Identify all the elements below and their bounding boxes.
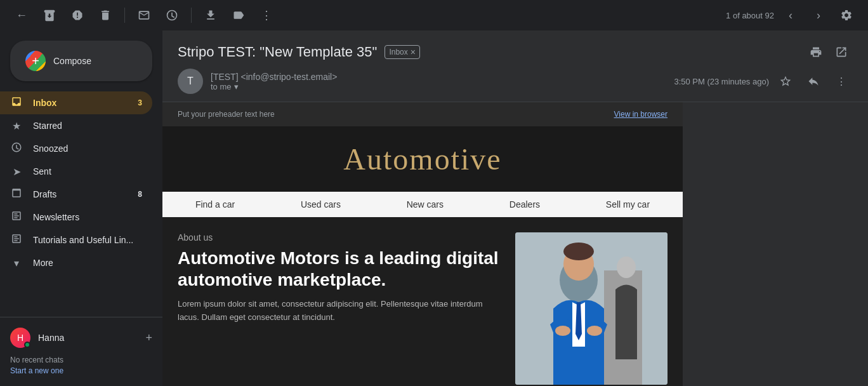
toolbar-left: ← ⋮	[10, 4, 278, 27]
snooze-button[interactable]	[161, 4, 183, 27]
compose-icon: +	[25, 51, 46, 71]
brand-logo: Automotive	[162, 142, 683, 176]
view-in-browser-link[interactable]: View in browser	[614, 110, 667, 119]
sidebar-item-snoozed[interactable]: Snoozed	[0, 137, 152, 160]
email-content[interactable]: Put your preheader text here View in bro…	[162, 102, 868, 386]
chat-avatar: H	[10, 328, 30, 348]
print-button[interactable]	[805, 41, 827, 63]
sender-right: 3:50 PM (23 minutes ago) ⋮	[674, 70, 853, 93]
sender-email: <info@stripo-test.email>	[240, 72, 337, 82]
more-label: More	[33, 258, 53, 268]
svg-point-4	[563, 243, 594, 260]
inbox-tag: Inbox ×	[385, 45, 420, 59]
preheader-bar: Put your preheader text here View in bro…	[162, 102, 683, 126]
drafts-badge: 8	[138, 190, 142, 199]
new-window-button[interactable]	[830, 41, 853, 63]
svg-point-5	[555, 326, 570, 336]
email-counter: 1 of about 92	[726, 11, 774, 20]
top-toolbar: ← ⋮ 1 of about 92 ‹ ›	[0, 0, 868, 30]
nav-new-cars[interactable]: New cars	[394, 192, 456, 217]
snoozed-label: Snoozed	[33, 143, 68, 154]
email-header: Stripo TEST: "New Template 35" Inbox ×	[162, 30, 868, 102]
sidebar-item-sent[interactable]: ➤ Sent	[0, 160, 152, 183]
to-chevron: ▾	[234, 82, 239, 91]
move-to-button[interactable]	[199, 4, 222, 27]
about-label: About us	[178, 232, 500, 243]
chat-username: Hanna	[38, 333, 64, 343]
starred-icon: ★	[10, 120, 23, 132]
nav-sell-my-car[interactable]: Sell my car	[593, 192, 662, 217]
subject-row: Stripo TEST: "New Template 35" Inbox ×	[178, 41, 853, 63]
more-email-button[interactable]: ⋮	[830, 70, 853, 93]
more-actions-button[interactable]: ⋮	[255, 4, 278, 27]
content-section: About us Automotive Motors is a leading …	[162, 217, 683, 386]
nav-dealers[interactable]: Dealers	[497, 192, 553, 217]
sidebar-item-newsletters[interactable]: Newsletters	[0, 206, 152, 229]
no-recent-label: No recent chats	[10, 356, 152, 364]
label-button[interactable]	[227, 4, 250, 27]
sent-icon: ➤	[10, 166, 23, 178]
toolbar-right: 1 of about 92 ‹ ›	[726, 4, 858, 27]
main-layout: + Compose Inbox 3 ★ Starred Snoozed ➤ Se…	[0, 30, 868, 386]
email-navbar: Find a car Used cars New cars Dealers Se…	[162, 192, 683, 217]
spam-button[interactable]	[66, 4, 89, 27]
remove-tag-button[interactable]: ×	[411, 47, 416, 57]
sender-row: T [TEST] <info@stripo-test.email> to me …	[178, 69, 853, 94]
chat-user-hanna[interactable]: H Hanna +	[0, 323, 162, 353]
drafts-icon	[10, 187, 23, 201]
sender-info: [TEST] <info@stripo-test.email> to me ▾	[211, 72, 337, 91]
sidebar: + Compose Inbox 3 ★ Starred Snoozed ➤ Se…	[0, 30, 162, 386]
online-indicator	[24, 342, 30, 348]
sender-to[interactable]: to me ▾	[211, 82, 337, 91]
drafts-label: Drafts	[33, 189, 56, 199]
add-chat-button[interactable]: +	[145, 331, 152, 345]
sidebar-item-inbox[interactable]: Inbox 3	[0, 91, 152, 114]
email-actions-right	[805, 41, 853, 63]
tutorials-icon	[10, 233, 23, 247]
sidebar-item-starred[interactable]: ★ Starred	[0, 114, 152, 137]
compose-button[interactable]: + Compose	[10, 41, 152, 81]
tutorials-label: Tutorials and Useful Lin...	[33, 235, 133, 245]
star-button[interactable]	[774, 70, 797, 93]
about-heading: Automotive Motors is a leading digital a…	[178, 248, 500, 290]
mark-unread-button[interactable]	[133, 4, 155, 27]
inbox-label: Inbox	[33, 98, 56, 108]
delete-button[interactable]	[94, 4, 117, 27]
email-logo-section: Automotive	[162, 126, 683, 192]
archive-button[interactable]	[38, 4, 61, 27]
start-new-chat-link[interactable]: Start a new one	[10, 366, 63, 375]
sender-left: T [TEST] <info@stripo-test.email> to me …	[178, 69, 337, 94]
newsletters-icon	[10, 210, 23, 224]
sidebar-item-drafts[interactable]: Drafts 8	[0, 183, 152, 206]
divider1	[124, 8, 125, 23]
nav-used-cars[interactable]: Used cars	[288, 192, 353, 217]
preheader-text: Put your preheader text here	[178, 110, 275, 119]
divider2	[191, 8, 192, 23]
about-body: Lorem ipsum dolor sit amet, consectetur …	[178, 298, 500, 324]
automotive-email: Put your preheader text here View in bro…	[162, 102, 683, 386]
inbox-icon	[10, 96, 23, 110]
prev-email-button[interactable]: ‹	[779, 4, 802, 27]
no-recent-chats: No recent chats Start a new one	[0, 353, 162, 381]
sidebar-item-tutorials[interactable]: Tutorials and Useful Lin...	[0, 229, 152, 251]
starred-label: Starred	[33, 121, 62, 131]
sidebar-item-more[interactable]: ▾ More	[0, 251, 152, 274]
reply-button[interactable]	[802, 70, 825, 93]
content-text: About us Automotive Motors is a leading …	[178, 232, 500, 385]
settings-button[interactable]	[835, 4, 858, 27]
compose-label: Compose	[53, 56, 91, 66]
sender-avatar: T	[178, 69, 203, 94]
subject-text: Stripo TEST: "New Template 35"	[178, 44, 377, 60]
email-subject: Stripo TEST: "New Template 35" Inbox ×	[178, 44, 420, 60]
back-button[interactable]: ←	[10, 4, 33, 27]
next-email-button[interactable]: ›	[807, 4, 830, 27]
chat-section: H Hanna + No recent chats Start a new on…	[0, 317, 162, 386]
svg-point-6	[587, 326, 602, 336]
svg-point-7	[617, 256, 636, 278]
content-image	[515, 232, 667, 385]
inbox-tag-label: Inbox	[389, 48, 407, 57]
email-timestamp: 3:50 PM (23 minutes ago)	[674, 77, 769, 86]
nav-find-a-car[interactable]: Find a car	[183, 192, 247, 217]
email-panel: Stripo TEST: "New Template 35" Inbox ×	[162, 30, 868, 386]
sent-label: Sent	[33, 166, 51, 176]
